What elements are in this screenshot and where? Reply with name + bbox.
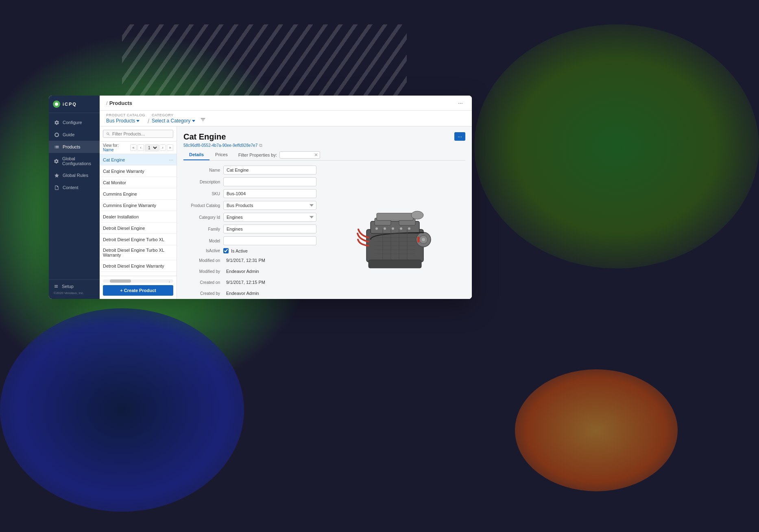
detail-more-button[interactable]: ··· xyxy=(454,132,465,141)
product-item-label: Detroit Diesel Engine Warranty xyxy=(103,264,164,268)
background-blob-dark-green xyxy=(474,24,759,268)
product-item-detroit-diesel-engine-turbo-xl[interactable]: Detroit Diesel Engine Turbo XL··· xyxy=(100,234,177,245)
modified-by-label: Modified by xyxy=(183,269,220,274)
content-icon xyxy=(54,185,59,190)
detail-tabs: Details Prices Filter Properties by: ✕ xyxy=(183,150,465,161)
global-configurations-icon xyxy=(54,158,59,164)
products-footer: › + Create Product xyxy=(100,276,177,299)
content-area: View for: Name « ‹ 1 › » Cat E xyxy=(100,126,472,299)
model-label: Model xyxy=(183,239,220,243)
category-section: Category Select a Category xyxy=(152,113,195,126)
svg-point-14 xyxy=(392,227,394,230)
svg-rect-27 xyxy=(417,237,419,242)
form-row-created-on: Created on 9/1/2017, 12:15 PM xyxy=(183,278,316,286)
pagination-next-button[interactable]: › xyxy=(159,144,166,151)
sku-label: SKU xyxy=(183,192,220,196)
logo-icon xyxy=(53,100,60,108)
sidebar-item-global-rules[interactable]: Global Rules xyxy=(49,169,100,181)
category-id-select[interactable]: Engines xyxy=(223,213,316,222)
sidebar-item-products[interactable]: Products xyxy=(49,141,100,153)
engine-image-svg xyxy=(354,201,436,274)
product-item-label: Detroit Diesel Engine xyxy=(103,226,145,231)
top-bar-more-button[interactable]: ··· xyxy=(456,99,465,107)
breadcrumb-products: Products xyxy=(109,100,132,106)
category-id-label: Category Id xyxy=(183,215,220,220)
copy-id-button[interactable]: ⧉ xyxy=(259,143,262,148)
product-catalog-value[interactable]: Bus Products xyxy=(106,118,145,126)
top-bar-actions: ··· xyxy=(456,99,465,107)
product-item-label: Cat Engine xyxy=(103,157,125,162)
pagination-last-button[interactable]: » xyxy=(167,144,173,151)
product-catalog-section: Product Catalog Bus Products xyxy=(106,113,145,126)
create-product-button[interactable]: + Create Product xyxy=(103,285,173,296)
product-item-firestone-tires[interactable]: Firestone Tires··· xyxy=(100,272,177,276)
pagination-controls: « ‹ 1 › » xyxy=(130,144,173,151)
horizontal-scrollbar[interactable]: › xyxy=(103,279,173,283)
logo-text: iCPQ xyxy=(63,102,77,107)
model-input[interactable] xyxy=(223,236,316,245)
category-dropdown[interactable]: Select a Category xyxy=(152,118,195,126)
modified-by-value: Endeavor Admin xyxy=(223,267,316,275)
tab-details[interactable]: Details xyxy=(183,150,209,160)
sidebar-item-content[interactable]: Content xyxy=(49,181,100,194)
product-image-area xyxy=(325,166,466,299)
product-item-cat-engine-warranty[interactable]: Cat Engine Warranty··· xyxy=(100,166,177,177)
product-item-cat-engine[interactable]: Cat Engine··· xyxy=(100,154,177,166)
pagination-first-button[interactable]: « xyxy=(130,144,137,151)
filter-properties-clear-button[interactable]: ✕ xyxy=(314,152,318,158)
view-name[interactable]: Name xyxy=(103,148,114,152)
search-icon xyxy=(106,132,110,136)
list-pagination: View for: Name « ‹ 1 › » xyxy=(100,142,177,154)
form-row-description: Description xyxy=(183,177,316,186)
product-item-detroit-diesel-engine-warranty[interactable]: Detroit Diesel Engine Warranty··· xyxy=(100,260,177,272)
svg-point-13 xyxy=(384,227,386,230)
is-active-label: IsActive xyxy=(183,249,220,253)
form-row-modified-by: Modified by Endeavor Admin xyxy=(183,267,316,275)
sidebar-products-label: Products xyxy=(63,144,80,149)
breadcrumb-separator: / xyxy=(106,100,108,106)
guide-icon xyxy=(54,132,59,137)
product-item-cummins-engine-warranty[interactable]: Cummins Engine Warranty··· xyxy=(100,200,177,211)
product-catalog-label: Product Catalog xyxy=(106,113,145,117)
svg-point-1 xyxy=(55,133,58,136)
product-item-dealer-installation[interactable]: Dealer Installation··· xyxy=(100,211,177,222)
sidebar-item-configure[interactable]: Configure xyxy=(49,116,100,129)
product-item-label: Cummins Engine xyxy=(103,192,137,196)
scroll-right-arrow[interactable]: › xyxy=(169,279,170,284)
copyright-text: ©2020 Vendavo, Inc. xyxy=(54,291,95,295)
setup-button[interactable]: Setup xyxy=(54,284,95,289)
is-active-checkbox[interactable] xyxy=(223,248,229,253)
tab-prices[interactable]: Prices xyxy=(209,150,233,160)
sidebar-item-global-configurations[interactable]: Global Configurations xyxy=(49,153,100,169)
form-row-product-catalog: Product Catalog Bus Products xyxy=(183,201,316,210)
name-input[interactable] xyxy=(223,166,316,174)
product-item-detroit-diesel-engine-turbo-xl-warranty[interactable]: Detroit Diesel Engine Turbo XL Warranty·… xyxy=(100,245,177,260)
form-row-family: Family xyxy=(183,225,316,233)
description-input[interactable] xyxy=(223,177,316,186)
svg-point-10 xyxy=(422,238,425,241)
detail-title-section: Cat Engine 58c96df8-0552-4b7a-90ee-9effd… xyxy=(183,132,262,148)
product-catalog-select[interactable]: Bus Products xyxy=(223,201,316,210)
pagination-page-select[interactable]: 1 xyxy=(145,144,159,151)
sidebar-configure-label: Configure xyxy=(63,120,82,125)
background-blob-navy xyxy=(0,308,244,512)
modified-on-label: Modified on xyxy=(183,258,220,263)
product-item-label: Cat Engine Warranty xyxy=(103,169,144,174)
sku-input[interactable] xyxy=(223,189,316,198)
product-item-cat-monitor[interactable]: Cat Monitor··· xyxy=(100,177,177,188)
pagination-prev-button[interactable]: ‹ xyxy=(137,144,144,151)
product-item-cummins-engine[interactable]: Cummins Engine··· xyxy=(100,188,177,200)
search-input[interactable] xyxy=(112,131,170,136)
created-by-label: Created by xyxy=(183,291,220,296)
sidebar-item-guide[interactable]: Guide xyxy=(49,129,100,141)
form-row-category-id: Category Id Engines xyxy=(183,213,316,222)
product-item-more[interactable]: ··· xyxy=(169,157,173,163)
svg-point-7 xyxy=(411,211,423,219)
family-input[interactable] xyxy=(223,225,316,233)
sidebar-content-label: Content xyxy=(63,185,79,190)
detail-form: Name Description SKU Product Catalo xyxy=(183,166,465,299)
sidebar-logo: iCPQ xyxy=(49,96,100,113)
filter-icon-button[interactable] xyxy=(200,117,206,126)
product-item-detroit-diesel-engine[interactable]: Detroit Diesel Engine··· xyxy=(100,222,177,234)
detail-header: Cat Engine 58c96df8-0552-4b7a-90ee-9effd… xyxy=(183,132,465,148)
